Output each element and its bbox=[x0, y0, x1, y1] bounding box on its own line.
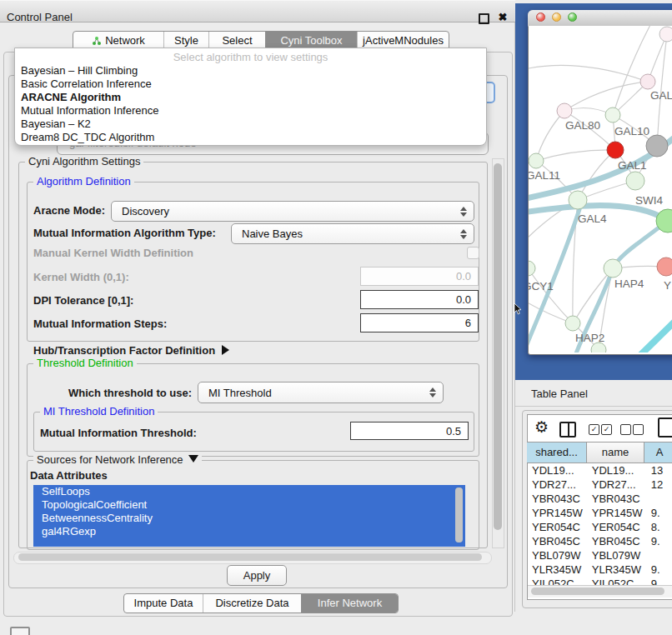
column-header-name[interactable]: name bbox=[587, 442, 644, 462]
table-horizontal-scrollbar-thumb[interactable] bbox=[531, 588, 664, 595]
table-cell: 9. bbox=[644, 562, 672, 577]
network-node[interactable] bbox=[529, 261, 535, 276]
node-label: Y bbox=[664, 279, 671, 292]
checkbox-unchecked-icon[interactable] bbox=[633, 424, 644, 435]
network-edge bbox=[564, 82, 648, 111]
table-cell: YBL079W bbox=[587, 548, 644, 562]
table-row[interactable]: YBR043CYBR043C bbox=[527, 492, 672, 506]
mi-threshold-title: MI Threshold Definition bbox=[40, 406, 158, 418]
dropdown-item-mutual-information-inference[interactable]: Mutual Information Inference bbox=[19, 104, 482, 118]
dpi-tolerance-field[interactable]: 0.0 bbox=[360, 290, 479, 309]
network-edge bbox=[536, 111, 564, 161]
attribute-item-topologicalcoefficient[interactable]: TopologicalCoefficient bbox=[33, 498, 465, 512]
aracne-mode-label: Aracne Mode: bbox=[33, 204, 105, 217]
mouse-cursor bbox=[514, 303, 524, 318]
table-cell: 12 bbox=[644, 478, 672, 492]
table-cell: 8. bbox=[644, 520, 672, 534]
network-node[interactable] bbox=[640, 74, 655, 89]
network-node[interactable] bbox=[529, 153, 544, 168]
node-label: SWI4 bbox=[635, 194, 663, 207]
network-canvas[interactable]: GALGAL80GAL10GAL1GAL11SWI4GAL4GCY1HAP4YH… bbox=[529, 26, 672, 352]
mi-steps-label: Mutual Information Steps: bbox=[33, 318, 167, 330]
split-columns-icon[interactable] bbox=[559, 422, 576, 438]
table-row[interactable]: YDL19...YDL19...13 bbox=[527, 463, 672, 478]
gear-icon[interactable]: ⚙ bbox=[534, 418, 549, 437]
attribute-item-betweennesscentrality[interactable]: BetweennessCentrality bbox=[33, 512, 465, 525]
settings-vertical-scrollbar-thumb[interactable] bbox=[494, 163, 502, 530]
column-header-a[interactable]: A bbox=[644, 442, 672, 462]
table-cell: YIL052C bbox=[587, 577, 644, 585]
network-node[interactable] bbox=[604, 259, 622, 278]
table-cell: 13 bbox=[644, 463, 672, 478]
dpi-tolerance-label: DPI Tolerance [0,1]: bbox=[33, 294, 133, 307]
attribute-item-selfloops[interactable]: SelfLoops bbox=[33, 485, 465, 498]
manual-kernel-checkbox[interactable] bbox=[467, 247, 479, 259]
attribute-item-gal4rgexp[interactable]: gal4RGexp bbox=[33, 525, 465, 538]
table-cell bbox=[644, 548, 672, 562]
network-node[interactable] bbox=[626, 172, 644, 190]
table-cell bbox=[644, 492, 672, 506]
table-row[interactable]: YDR27...YDR27...12 bbox=[527, 478, 672, 492]
minimized-panel-icon[interactable] bbox=[10, 627, 30, 635]
network-edge-weighted bbox=[617, 322, 672, 352]
checkbox-unchecked-icon[interactable] bbox=[620, 424, 631, 435]
dropdown-item-bayesian-k2[interactable]: Bayesian – K2 bbox=[19, 118, 482, 131]
checkbox-checked-icon[interactable]: ✓ bbox=[601, 424, 612, 435]
attribute-list-scrollbar[interactable] bbox=[455, 488, 463, 542]
network-window-titlebar[interactable] bbox=[528, 10, 672, 27]
network-node[interactable] bbox=[557, 103, 572, 118]
minimize-traffic-light-icon[interactable] bbox=[552, 12, 561, 22]
network-node[interactable] bbox=[565, 316, 580, 331]
close-icon[interactable]: ✖ bbox=[495, 10, 510, 25]
cyni-algorithm-settings-title: Cyni Algorithm Settings bbox=[25, 156, 143, 168]
table-cell: YBL079W bbox=[527, 548, 587, 562]
checkbox-checked-icon[interactable]: ✓ bbox=[589, 424, 599, 435]
table-cell: YPR145W bbox=[527, 506, 587, 520]
dropdown-item-basic-correlation-inference[interactable]: Basic Correlation Inference bbox=[19, 78, 482, 91]
aracne-mode-combo[interactable]: Discovery bbox=[111, 201, 474, 222]
data-attributes-list[interactable]: SelfLoopsTopologicalCoefficientBetweenne… bbox=[33, 485, 465, 547]
node-label: GAL bbox=[650, 89, 672, 102]
mi-type-label: Mutual Information Algorithm Type: bbox=[33, 227, 216, 239]
table-row[interactable]: YPR145WYPR145W9. bbox=[527, 506, 672, 520]
mi-type-combo[interactable]: Naive Bayes bbox=[231, 223, 474, 244]
kernel-width-field[interactable]: 0.0 bbox=[360, 267, 479, 286]
apply-button[interactable]: Apply bbox=[227, 565, 287, 586]
mi-threshold-field[interactable]: 0.5 bbox=[350, 422, 469, 440]
dropdown-item-dream8-dc-tdc-algorithm[interactable]: Dream8 DC_TDC Algorithm bbox=[19, 131, 482, 144]
table-row[interactable]: YBL079WYBL079W bbox=[527, 548, 672, 562]
network-edge bbox=[536, 150, 615, 161]
close-traffic-light-icon[interactable] bbox=[536, 12, 545, 22]
network-node[interactable] bbox=[646, 135, 668, 157]
hub-definition-toggle[interactable]: Hub/Transcription Factor Definition bbox=[33, 344, 229, 357]
table-row[interactable]: YLR345WYLR345W9. bbox=[527, 562, 672, 577]
tab-discretize-data[interactable]: Discretize Data bbox=[203, 594, 301, 612]
zoom-traffic-light-icon[interactable] bbox=[568, 12, 577, 22]
expand-right-icon bbox=[222, 345, 229, 355]
column-header-shared[interactable]: shared... bbox=[527, 442, 587, 462]
threshold-definition-title: Threshold Definition bbox=[33, 358, 137, 369]
document-icon[interactable] bbox=[658, 418, 672, 438]
network-edge bbox=[613, 26, 652, 115]
tab-infer-network[interactable]: Infer Network bbox=[301, 594, 398, 612]
mi-steps-field[interactable]: 6 bbox=[360, 313, 479, 332]
table-cell: 9 bbox=[644, 577, 672, 585]
table-cell: YDR27... bbox=[527, 478, 587, 492]
network-node[interactable] bbox=[569, 191, 587, 209]
table-row[interactable]: YBR045CYBR045C9. bbox=[527, 534, 672, 548]
settings-horizontal-scrollbar-thumb[interactable] bbox=[18, 553, 482, 561]
sources-toggle[interactable]: Sources for Network Inference bbox=[33, 454, 202, 466]
control-panel-titlebar[interactable] bbox=[0, 0, 515, 22]
which-threshold-combo[interactable]: MI Threshold bbox=[198, 382, 444, 403]
network-node[interactable] bbox=[659, 27, 672, 42]
float-window-icon[interactable] bbox=[479, 13, 489, 24]
which-threshold-label: Which threshold to use: bbox=[48, 387, 192, 399]
table-row[interactable]: YIL052CYIL052C9 bbox=[527, 577, 672, 585]
network-node[interactable] bbox=[657, 258, 672, 276]
dropdown-item-bayesian-hill-climbing[interactable]: Bayesian – Hill Climbing bbox=[19, 64, 482, 78]
network-node[interactable] bbox=[605, 108, 620, 122]
tab-impute-data[interactable]: Impute Data bbox=[124, 594, 203, 612]
network-node[interactable] bbox=[607, 142, 624, 158]
dropdown-item-aracne-algorithm[interactable]: ARACNE Algorithm bbox=[19, 91, 482, 104]
table-row[interactable]: YER054CYER054C8. bbox=[527, 520, 672, 534]
